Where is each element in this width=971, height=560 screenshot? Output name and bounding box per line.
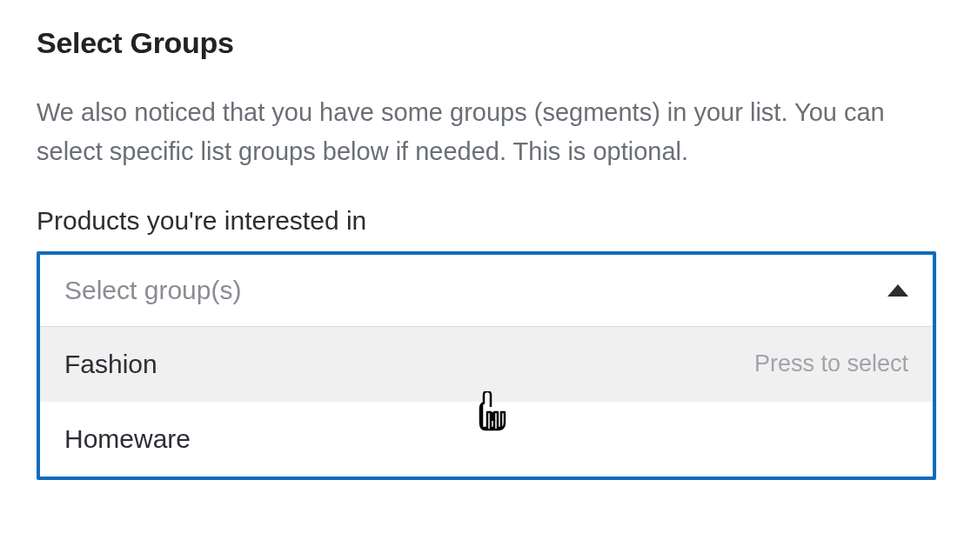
option-hint: Press to select [754, 350, 908, 377]
groups-dropdown[interactable]: Select group(s) Fashion Press to select … [37, 251, 936, 480]
dropdown-toggle[interactable]: Select group(s) [40, 255, 933, 327]
dropdown-option-homeware[interactable]: Homeware [40, 402, 933, 477]
field-label: Products you're interested in [37, 206, 934, 236]
option-label: Homeware [64, 424, 191, 454]
option-label: Fashion [64, 350, 157, 379]
dropdown-list: Fashion Press to select Homeware [40, 327, 933, 477]
dropdown-option-fashion[interactable]: Fashion Press to select [40, 327, 933, 402]
section-heading: Select Groups [37, 26, 934, 60]
dropdown-placeholder: Select group(s) [64, 276, 241, 305]
caret-up-icon [887, 284, 908, 297]
section-description: We also noticed that you have some group… [37, 93, 924, 171]
